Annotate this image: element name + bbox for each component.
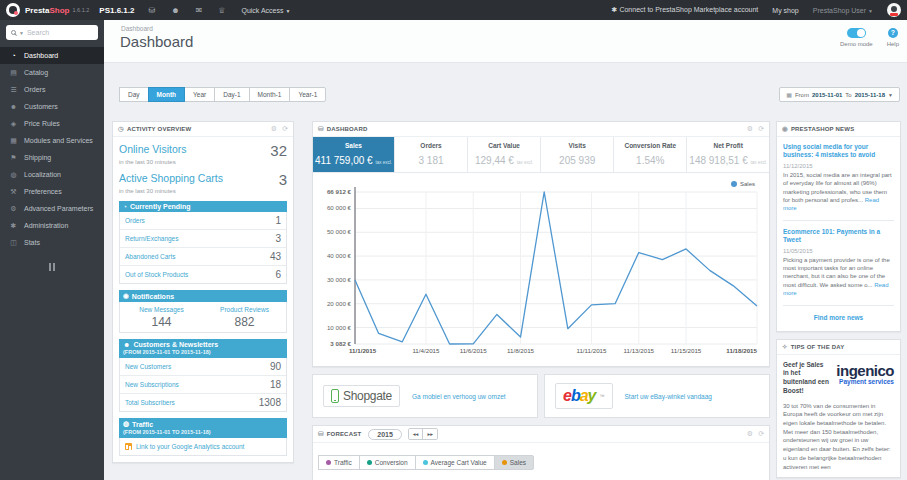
demo-mode-toggle[interactable] bbox=[847, 28, 866, 38]
dashboard-panel: ⛁DASHBOARD ⚙ ⟳ Sales 411 759,00 € tax ex… bbox=[312, 121, 770, 367]
kpi-metric[interactable]: Cart Value 129,44 € tax excl. bbox=[468, 137, 541, 172]
news-item-title-link[interactable]: Ecommerce 101: Payments in a Tweet bbox=[783, 228, 894, 245]
pending-rows: Orders 1 Return/Exchanges 3 Abandoned Ca… bbox=[119, 212, 287, 284]
refresh-icon[interactable]: ⟳ bbox=[758, 430, 764, 438]
shop-name[interactable]: PS1.6.1.2 bbox=[99, 6, 134, 15]
notification-cell[interactable]: Product Reviews 882 bbox=[203, 302, 286, 332]
customers-row-link[interactable]: New Subscriptions bbox=[125, 381, 179, 388]
page-title: Dashboard bbox=[120, 33, 193, 50]
sidebar-item[interactable]: ▦ Modules and Services bbox=[0, 132, 104, 149]
breadcrumb[interactable]: Dashboard bbox=[121, 25, 153, 32]
trophy-icon[interactable]: ♕ bbox=[218, 6, 225, 15]
period-button[interactable]: Day-1 bbox=[214, 87, 249, 102]
forecast-tab[interactable]: Average Cart Value bbox=[415, 455, 495, 470]
sidebar-item[interactable]: ◈ Price Rules bbox=[0, 115, 104, 132]
period-button[interactable]: Day bbox=[119, 87, 149, 102]
customers-row-link[interactable]: New Customers bbox=[125, 363, 171, 370]
message-notifications-icon[interactable]: ✉ bbox=[196, 6, 203, 15]
forecast-tab[interactable]: Sales bbox=[494, 455, 534, 470]
chart-legend[interactable]: Sales bbox=[731, 181, 755, 187]
gear-icon[interactable]: ⚙ bbox=[747, 430, 753, 438]
sidebar-item-label: Catalog bbox=[24, 69, 48, 76]
sidebar-item[interactable]: ⚒ Preferences bbox=[0, 183, 104, 200]
sidebar-item[interactable]: ▤ Catalog bbox=[0, 64, 104, 81]
my-shop-link[interactable]: My shop bbox=[772, 7, 798, 14]
bell-icon: ◉ bbox=[123, 292, 129, 300]
kpi-metric[interactable]: Net Profit 148 918,51 € tax excl. bbox=[687, 137, 769, 172]
gear-icon[interactable]: ⚙ bbox=[271, 125, 277, 133]
pending-row-link[interactable]: Out of Stock Products bbox=[125, 271, 188, 278]
user-menu[interactable]: PrestaShop User ▼ bbox=[813, 7, 873, 14]
quick-access-menu[interactable]: Quick Access ▼ bbox=[241, 7, 290, 14]
period-button[interactable]: Year-1 bbox=[289, 87, 326, 102]
sidebar-item[interactable]: ◔ Dashboard bbox=[0, 47, 104, 64]
customer-notifications-icon[interactable]: ☻ bbox=[171, 6, 179, 15]
sidebar-item[interactable]: ✱ Administration bbox=[0, 217, 104, 234]
news-item-title-link[interactable]: Using social media for your business: 4 … bbox=[783, 143, 894, 160]
refresh-icon[interactable]: ⟳ bbox=[282, 125, 288, 133]
kpi-metrics: Sales 411 759,00 € tax excl. Orders 3 18… bbox=[313, 137, 769, 173]
gear-icon[interactable]: ⚙ bbox=[747, 125, 753, 133]
sidebar-item[interactable]: ⚑ Shipping bbox=[0, 149, 104, 166]
pending-row-link[interactable]: Orders bbox=[125, 217, 145, 224]
customers-row-link[interactable]: Total Subscribers bbox=[125, 399, 175, 406]
clock-icon: ◷ bbox=[118, 125, 124, 133]
pending-row: Return/Exchanges 3 bbox=[120, 230, 286, 248]
customers-row-value: 90 bbox=[270, 361, 281, 372]
sidebar-item[interactable]: ◫ Stats bbox=[0, 234, 104, 251]
active-carts-link[interactable]: Active Shopping Carts bbox=[119, 172, 223, 184]
modules-icon: ▦ bbox=[9, 137, 18, 145]
sidebar-item[interactable]: ◍ Localization bbox=[0, 166, 104, 183]
date-range-button[interactable]: ▦ From2015-11-01 To2015-11-18 ▼ bbox=[779, 87, 900, 102]
series-dot-icon bbox=[423, 460, 428, 465]
notifications-header: ◉ Notifications bbox=[119, 290, 287, 302]
pending-row-link[interactable]: Abandoned Carts bbox=[125, 253, 176, 260]
series-dot-icon bbox=[367, 460, 372, 465]
search-scope-caret-icon[interactable]: ▼ bbox=[19, 30, 24, 36]
period-button[interactable]: Month bbox=[148, 87, 186, 102]
user-avatar[interactable] bbox=[887, 3, 901, 17]
collapse-menu-icon[interactable] bbox=[0, 263, 104, 271]
kpi-metric[interactable]: Sales 411 759,00 € tax excl. bbox=[313, 137, 395, 172]
notification-cell[interactable]: New Messages 144 bbox=[120, 302, 203, 332]
refresh-icon[interactable]: ⟳ bbox=[758, 125, 764, 133]
truck-icon: ⚑ bbox=[9, 154, 18, 162]
sidebar-item-label: Localization bbox=[24, 171, 61, 178]
gears-icon: ⚙ bbox=[9, 205, 18, 213]
shopgate-link[interactable]: Ga mobiel en verhoog uw omzet bbox=[412, 393, 506, 400]
forecast-tab[interactable]: Conversion bbox=[359, 455, 416, 470]
forecast-year[interactable]: 2015 bbox=[368, 429, 402, 440]
google-analytics-link[interactable]: Link to your Google Analytics account bbox=[136, 443, 244, 450]
page-header: Dashboard Dashboard Demo mode ? Help bbox=[104, 20, 907, 63]
svg-text:50 000 €: 50 000 € bbox=[327, 228, 352, 235]
customers-newsletters-header: ☻Customers & Newsletters (FROM 2015-11-0… bbox=[119, 339, 287, 358]
marketplace-link[interactable]: ✱ Connect to PrestaShop Marketplace acco… bbox=[612, 6, 759, 14]
search-input[interactable] bbox=[27, 29, 93, 36]
svg-text:66 912 €: 66 912 € bbox=[327, 188, 352, 195]
sidebar-item-label: Customers bbox=[24, 103, 58, 110]
help-icon[interactable]: ? bbox=[888, 28, 898, 38]
forecast-tab[interactable]: Traffic bbox=[318, 455, 360, 470]
kpi-metric[interactable]: Conversion Rate 1.54% bbox=[614, 137, 687, 172]
ebay-logo: ebay ™ bbox=[555, 383, 613, 409]
previous-year-button[interactable]: ◂◂ bbox=[409, 429, 424, 439]
online-visitors-link[interactable]: Online Visitors bbox=[119, 143, 187, 155]
chevron-down-icon: ▼ bbox=[888, 92, 893, 98]
prestashop-logo[interactable] bbox=[6, 3, 20, 17]
ebay-link[interactable]: Start uw eBay-winkel vandaag bbox=[625, 393, 712, 400]
period-button[interactable]: Month-1 bbox=[249, 87, 291, 102]
find-more-news-link[interactable]: Find more news bbox=[783, 314, 894, 321]
kpi-metric[interactable]: Orders 3 181 bbox=[395, 137, 468, 172]
pending-row-link[interactable]: Return/Exchanges bbox=[125, 235, 178, 242]
sidebar-item[interactable]: ☻ Customers bbox=[0, 98, 104, 115]
topbar: PrestaShop 1.6.1.2 PS1.6.1.2 ⛁ ☻ ✉ ♕ Qui… bbox=[0, 0, 907, 20]
sidebar-item[interactable]: ☰ Orders bbox=[0, 81, 104, 98]
sidebar-item[interactable]: ⚙ Advanced Parameters bbox=[0, 200, 104, 217]
cart-icon: ⛁ bbox=[318, 125, 324, 133]
period-button[interactable]: Year bbox=[184, 87, 215, 102]
cart-notifications-icon[interactable]: ⛁ bbox=[148, 6, 155, 15]
shopgate-banner: Shopgate Ga mobiel en verhoog uw omzet bbox=[312, 374, 538, 418]
next-year-button[interactable]: ▸▸ bbox=[423, 429, 437, 439]
kpi-metric[interactable]: Visits 205 939 bbox=[541, 137, 614, 172]
sidebar-item-label: Price Rules bbox=[24, 120, 60, 127]
